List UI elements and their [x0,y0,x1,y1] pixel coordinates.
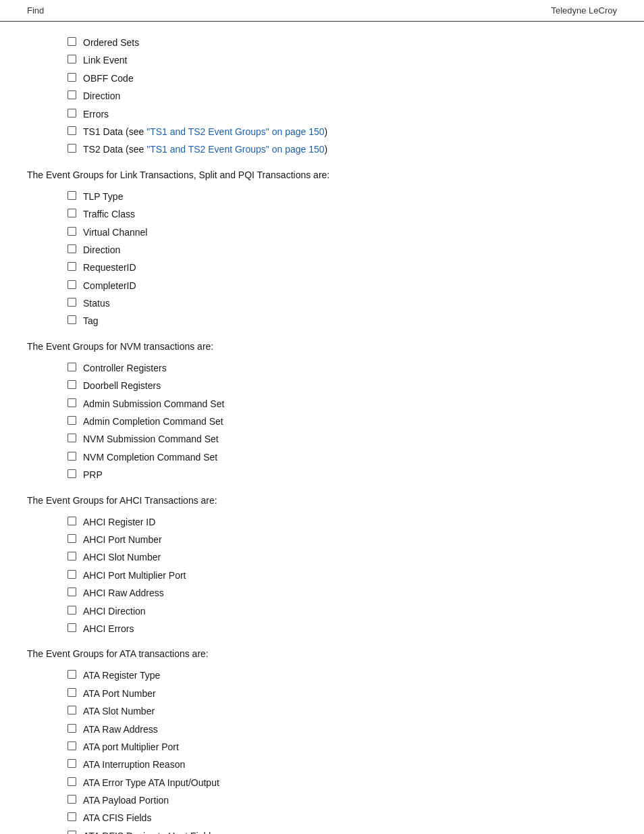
list-item: ATA Register Type [68,668,617,683]
header-left: Find [27,5,44,16]
item-text: ATA Interruption Reason [83,757,185,772]
header-right: Teledyne LeCroy [551,5,617,16]
list-item: OBFF Code [68,71,617,86]
list-item: Direction [68,242,617,257]
item-text: TS1 Data (see "TS1 and TS2 Event Groups"… [83,124,327,139]
item-text: Link Event [83,53,127,68]
list-item: CompleterID [68,278,617,293]
list-item: ATA Interruption Reason [68,757,617,772]
bullet-checkbox [68,380,76,389]
item-text: CompleterID [83,278,136,293]
bullet-checkbox [68,570,76,579]
item-text: ATA Raw Address [83,722,158,737]
bullet-checkbox [68,534,76,543]
bullet-checkbox [68,315,76,324]
list-item: Ordered Sets [68,35,617,50]
list-item: Doorbell Registers [68,378,617,393]
list-item: ATA Raw Address [68,722,617,737]
list-item: Link Event [68,53,617,68]
section1-list: Ordered Sets Link Event OBFF Code Direct… [68,35,617,157]
bullet-checkbox [68,777,76,786]
item-text: AHCI Errors [83,621,134,636]
bullet-checkbox [68,759,76,768]
item-text: ATA port Multiplier Port [83,739,179,754]
list-item: NVM Submission Command Set [68,432,617,446]
item-text: Admin Completion Command Set [83,414,223,429]
bullet-checkbox [68,688,76,697]
item-text: AHCI Slot Number [83,550,161,565]
bullet-checkbox [68,55,76,63]
bullet-checkbox [68,90,76,99]
item-text: Direction [83,88,120,103]
list-item: ATA Slot Number [68,704,617,719]
ts1-link[interactable]: "TS1 and TS2 Event Groups" on page 150 [146,126,324,137]
bullet-checkbox [68,434,76,442]
bullet-checkbox [68,588,76,596]
ts2-link[interactable]: "TS1 and TS2 Event Groups" on page 150 [146,144,324,155]
bullet-checkbox [68,795,76,804]
bullet-checkbox [68,812,76,821]
bullet-checkbox [68,552,76,561]
list-item: AHCI Direction [68,604,617,619]
page-container: Find Teledyne LeCroy Ordered Sets Link E… [0,0,644,834]
item-text: Errors [83,107,109,122]
bullet-checkbox [68,227,76,236]
item-text: Virtual Channel [83,225,147,240]
list-item: Tag [68,313,617,328]
item-text: PRP [83,467,103,482]
list-item: RequesterID [68,260,617,275]
list-item: ATA Port Number [68,686,617,701]
bullet-checkbox [68,670,76,679]
bullet-checkbox [68,452,76,461]
item-text: AHCI Port Multiplier Port [83,568,186,583]
list-item: TS2 Data (see "TS1 and TS2 Event Groups"… [68,142,617,157]
item-text: ATA Payload Portion [83,793,169,808]
list-item: Admin Submission Command Set [68,396,617,411]
item-text: Controller Registers [83,361,167,375]
section4-list: AHCI Register ID AHCI Port Number AHCI S… [68,515,617,637]
bullet-checkbox [68,606,76,615]
item-text: ATA Port Number [83,686,156,701]
bullet-checkbox [68,741,76,750]
bullet-checkbox [68,724,76,733]
bullet-checkbox [68,37,76,46]
list-item: Status [68,296,617,311]
list-item: Errors [68,107,617,122]
list-item: ATA CFIS Fields [68,810,617,825]
list-item: ATA Error Type ATA Input/Output [68,775,617,790]
bullet-checkbox [68,244,76,253]
list-item: Direction [68,88,617,103]
bullet-checkbox [68,469,76,478]
bullet-checkbox [68,416,76,425]
list-item: Admin Completion Command Set [68,414,617,429]
list-item: AHCI Raw Address [68,585,617,600]
section5-intro: The Event Groups for ATA transactions ar… [27,647,617,661]
list-item: AHCI Register ID [68,515,617,529]
page-header: Find Teledyne LeCroy [0,0,644,22]
list-item: ATA RFIS Device to Host Fields [68,829,617,834]
item-text: Admin Submission Command Set [83,396,224,411]
section3-list: Controller Registers Doorbell Registers … [68,361,617,483]
bullet-checkbox [68,517,76,525]
item-text: Direction [83,242,120,257]
item-text: NVM Submission Command Set [83,432,219,446]
bullet-checkbox [68,280,76,289]
bullet-checkbox [68,831,76,834]
bullet-checkbox [68,363,76,371]
list-item: TLP Type [68,189,617,204]
bullet-checkbox [68,73,76,82]
bullet-checkbox [68,398,76,407]
item-text: AHCI Raw Address [83,585,164,600]
item-text: AHCI Direction [83,604,146,619]
item-text: Status [83,296,110,311]
item-text: ATA Register Type [83,668,160,683]
list-item: AHCI Errors [68,621,617,636]
section2-list: TLP Type Traffic Class Virtual Channel D… [68,189,617,329]
item-text: ATA CFIS Fields [83,810,151,825]
item-text: Tag [83,313,99,328]
item-text: Ordered Sets [83,35,139,50]
bullet-checkbox [68,262,76,271]
item-text: ATA Slot Number [83,704,155,719]
list-item: ATA port Multiplier Port [68,739,617,754]
item-text: Doorbell Registers [83,378,161,393]
